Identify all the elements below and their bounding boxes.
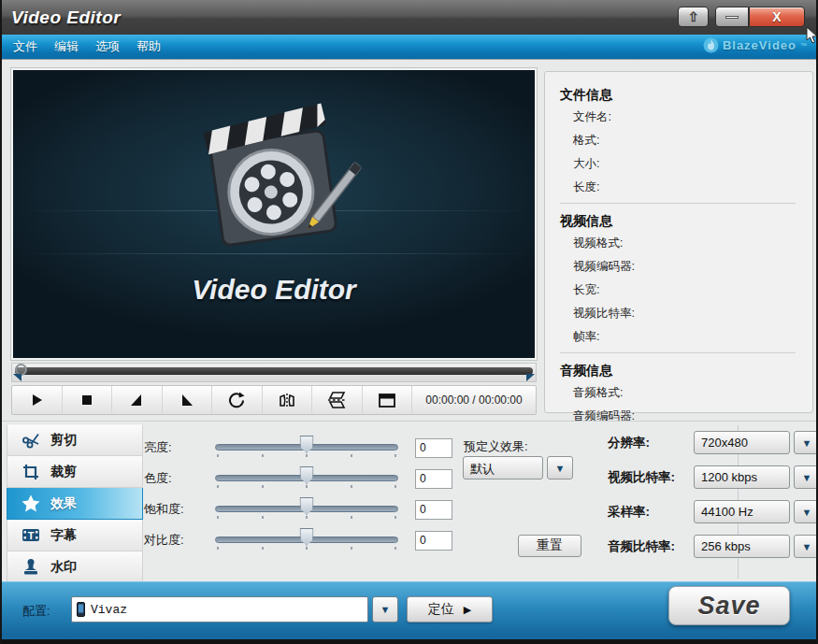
resolution-dropdown[interactable]: 720x480 ▼	[694, 431, 818, 454]
menu-options[interactable]: 选项	[95, 38, 120, 55]
contrast-slider[interactable]	[215, 528, 398, 552]
save-button[interactable]: Save	[668, 586, 790, 625]
brightness-label: 亮度:	[144, 439, 204, 456]
saturation-row: 饱和度: 0	[144, 497, 452, 522]
video-info-title: 视频信息	[560, 213, 812, 230]
crop-icon	[21, 463, 41, 481]
locate-button[interactable]: 定位 ▶	[407, 596, 493, 623]
slider-thumb[interactable]	[300, 466, 314, 484]
brightness-row: 亮度: 0	[144, 436, 452, 460]
menu-file[interactable]: 文件	[13, 38, 37, 55]
menu-help[interactable]: 帮助	[136, 38, 161, 55]
scissors-icon	[21, 431, 41, 450]
video-bitrate-value[interactable]: 1200 kbps	[694, 465, 790, 489]
trim-start-marker[interactable]	[13, 374, 22, 381]
seek-track[interactable]	[15, 367, 533, 375]
tab-effects[interactable]: 效果	[7, 488, 143, 520]
mark-in-button[interactable]	[112, 386, 163, 414]
slider-thumb[interactable]	[300, 528, 314, 546]
video-bitrate-row: 视频比特率: 1200 kbps ▼	[608, 465, 818, 489]
stop-button[interactable]	[63, 386, 113, 414]
info-field-video-format: 视频格式:	[573, 236, 812, 251]
resolution-dropdown-button[interactable]: ▼	[794, 431, 818, 454]
audio-bitrate-value[interactable]: 256 kbps	[694, 535, 790, 558]
close-button[interactable]: X	[749, 7, 805, 27]
mark-out-button[interactable]	[163, 386, 213, 414]
menu-edit[interactable]: 编辑	[54, 38, 79, 55]
info-field-length: 长度:	[573, 179, 812, 195]
video-preview: Video Editor	[11, 68, 537, 360]
audio-bitrate-dropdown-button[interactable]: ▼	[794, 535, 818, 558]
info-field-framerate: 帧率:	[573, 329, 812, 345]
audio-bitrate-row: 音频比特率: 256 kbps ▼	[608, 535, 818, 558]
chevron-down-icon: ▼	[802, 507, 812, 518]
bottom-bar: 配置: Vivaz ▼ 定位 ▶ Save	[2, 581, 818, 639]
flip-vertical-button[interactable]	[312, 386, 363, 414]
player-controls: 00:00:00 / 00:00:00	[11, 385, 537, 415]
trim-end-marker[interactable]	[526, 374, 535, 381]
tool-tabs: 剪切 裁剪 效果	[7, 424, 143, 583]
time-display: 00:00:00 / 00:00:00	[412, 386, 536, 414]
mark-in-icon	[128, 393, 145, 408]
info-field-format: 格式:	[573, 133, 812, 149]
profile-dropdown[interactable]: Vivaz ▼	[71, 596, 398, 623]
title-bar: Video Editor ⇧ X	[2, 0, 816, 35]
tab-crop[interactable]: 裁剪	[7, 456, 143, 488]
hue-label: 色度:	[144, 470, 204, 487]
play-button[interactable]	[12, 386, 63, 414]
seek-bar[interactable]	[11, 363, 537, 382]
preset-dropdown[interactable]: 默认 ▼	[463, 456, 573, 479]
stop-icon	[79, 393, 94, 408]
slider-thumb[interactable]	[300, 436, 314, 453]
profile-dropdown-button[interactable]: ▼	[372, 596, 398, 623]
brightness-slider[interactable]	[215, 436, 398, 460]
brand-name: BlazeVideo	[723, 38, 796, 52]
info-field-filename: 文件名:	[573, 109, 812, 125]
tab-watermark[interactable]: 水印	[7, 551, 143, 583]
tab-cut[interactable]: 剪切	[7, 424, 143, 456]
subtitle-icon: T	[21, 526, 41, 545]
saturation-value[interactable]: 0	[415, 500, 452, 520]
mouse-cursor	[806, 26, 818, 49]
info-field-dimensions: 长宽:	[573, 282, 812, 298]
profile-field[interactable]: Vivaz	[71, 596, 368, 623]
maximize-button[interactable]: ⇧	[678, 7, 709, 27]
reset-button[interactable]: 重置	[518, 535, 581, 557]
hue-value[interactable]: 0	[415, 469, 452, 489]
audio-bitrate-dropdown[interactable]: 256 kbps ▼	[694, 535, 818, 558]
saturation-label: 饱和度:	[144, 501, 204, 518]
contrast-row: 对比度: 0	[144, 528, 452, 552]
slider-thumb[interactable]	[300, 497, 314, 515]
slider-ticks	[217, 454, 396, 457]
save-label: Save	[697, 592, 760, 621]
preset-dropdown-button[interactable]: ▼	[547, 456, 573, 479]
flame-icon	[703, 37, 719, 53]
sample-rate-value[interactable]: 44100 Hz	[694, 500, 790, 523]
contrast-value[interactable]: 0	[415, 531, 452, 551]
rotate-button[interactable]	[212, 386, 263, 414]
flip-horizontal-button[interactable]	[263, 386, 313, 414]
sample-rate-dropdown-button[interactable]: ▼	[794, 500, 818, 523]
chevron-down-icon: ▼	[555, 463, 566, 474]
preset-value[interactable]: 默认	[463, 456, 543, 479]
blazevideo-logo: BlazeVideo™	[703, 37, 807, 53]
chevron-down-icon: ▼	[802, 472, 812, 483]
phone-icon	[77, 602, 85, 617]
media-info-panel: 文件信息 文件名: 格式: 大小: 长度: 视频信息 视频格式: 视频编码器: …	[544, 71, 813, 413]
video-bitrate-dropdown-button[interactable]: ▼	[794, 465, 818, 489]
tab-watermark-label: 水印	[50, 559, 77, 576]
minimize-button[interactable]	[715, 7, 749, 27]
brightness-value[interactable]: 0	[415, 438, 452, 458]
sample-rate-dropdown[interactable]: 44100 Hz ▼	[694, 500, 818, 523]
saturation-slider[interactable]	[215, 497, 398, 522]
hue-slider[interactable]	[215, 466, 398, 491]
effects-panel: 亮度: 0 色度: 0 饱和度:	[144, 422, 595, 582]
resolution-value[interactable]: 720x480	[694, 431, 790, 454]
window-border	[2, 639, 818, 644]
fullscreen-button[interactable]	[363, 386, 413, 414]
resolution-row: 分辨率: 720x480 ▼	[608, 431, 818, 454]
resolution-label: 分辨率:	[608, 435, 694, 451]
preview-logo-text: Video Editor	[192, 274, 356, 306]
video-bitrate-dropdown[interactable]: 1200 kbps ▼	[694, 465, 818, 489]
tab-subtitle[interactable]: T 字幕	[7, 520, 143, 551]
